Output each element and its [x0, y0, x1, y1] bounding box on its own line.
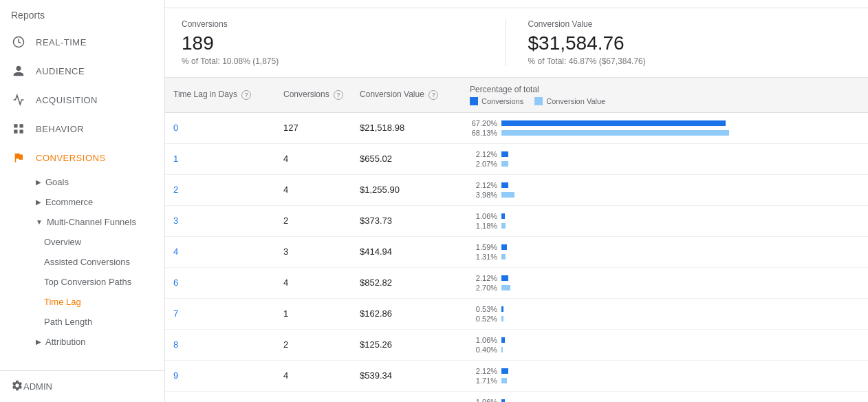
pct-label-1: 67.20%	[470, 119, 497, 127]
bar-track-1	[501, 337, 735, 343]
time-lag-help-icon[interactable]: ?	[241, 90, 251, 100]
legend-lightblue-dot	[534, 97, 543, 105]
cell-conv-value: $341.18	[351, 391, 462, 402]
pct-label-2: 1.71%	[470, 377, 497, 385]
pct-cell: 1.06% 1.08%	[470, 398, 860, 402]
pct-label-2: 2.70%	[470, 284, 497, 292]
cell-day: 6	[165, 267, 275, 298]
cell-conversions: 127	[275, 112, 351, 143]
bar-fill-lightblue-2	[501, 161, 508, 167]
bar-fill-lightblue-2	[501, 130, 729, 136]
bar-fill-blue-1	[501, 182, 508, 188]
sidebar-item-attribution[interactable]: ▶ Attribution	[0, 332, 164, 352]
cell-conv-value: $162.86	[351, 298, 462, 329]
table-row: 94$539.34 2.12% 1.71%	[165, 360, 868, 391]
sidebar-item-time-lag[interactable]: Time Lag	[0, 292, 164, 312]
sidebar-item-realtime[interactable]: REAL-TIME	[0, 28, 164, 56]
bar-fill-blue-1	[501, 120, 726, 126]
table-row: 14$655.02 2.12% 2.07%	[165, 143, 868, 174]
bar-fill-blue-1	[501, 399, 505, 402]
th-time-lag: Time Lag in Days ?	[165, 78, 275, 113]
bar-track-2	[501, 347, 735, 352]
pct-label-1: 2.12%	[470, 150, 497, 158]
pct-row-1: 1.06%	[470, 336, 860, 344]
cell-conv-value: $21,518.98	[351, 112, 462, 143]
legend-blue-dot	[470, 97, 478, 105]
bar-track-2	[501, 192, 735, 198]
sidebar: Reports REAL-TIME AUDIENCE ACQUISITION	[0, 0, 165, 402]
cell-day: 7	[165, 298, 275, 329]
cell-conv-value: $373.73	[351, 205, 462, 236]
metrics-row: Conversions 189 % of Total: 10.08% (1,87…	[165, 8, 868, 78]
pct-row-1: 2.12%	[470, 181, 860, 189]
goals-label: Goals	[45, 177, 69, 187]
cell-day: 8	[165, 329, 275, 360]
cell-conv-value: $1,255.90	[351, 174, 462, 205]
pct-row-2: 1.71%	[470, 377, 860, 385]
ecommerce-label: Ecommerce	[45, 197, 93, 207]
conversions-metric: Conversions 189 % of Total: 10.08% (1,87…	[182, 19, 506, 66]
cell-day: 0	[165, 112, 275, 143]
pct-row-2: 2.70%	[470, 284, 860, 292]
sidebar-item-path-length[interactable]: Path Length	[0, 312, 164, 332]
pct-label-1: 2.12%	[470, 181, 497, 189]
cell-conversions: 2	[275, 329, 351, 360]
pct-cell: 1.06% 1.18%	[470, 212, 860, 230]
pct-label-2: 0.52%	[470, 315, 497, 323]
pct-row-2: 2.07%	[470, 160, 860, 168]
cell-pct: 1.06% 0.40%	[462, 329, 868, 360]
conv-value-metric-sub: % of Total: 46.87% ($67,384.76)	[528, 56, 830, 66]
bar-fill-blue-1	[501, 368, 508, 374]
cell-conv-value: $852.82	[351, 267, 462, 298]
bar-track-2	[501, 316, 735, 321]
bar-track-2	[501, 378, 735, 383]
acquisition-label: ACQUISITION	[36, 95, 98, 105]
sidebar-item-ecommerce[interactable]: ▶ Ecommerce	[0, 192, 164, 212]
cell-pct: 2.12% 2.07%	[462, 143, 868, 174]
sidebar-item-assisted-conversions[interactable]: Assisted Conversions	[0, 252, 164, 272]
legend-conv-value: Conversion Value	[534, 97, 605, 105]
pct-label-1: 0.53%	[470, 305, 497, 313]
svg-rect-1	[14, 124, 17, 127]
bar-fill-lightblue-2	[501, 378, 507, 383]
pct-cell: 1.06% 0.40%	[470, 336, 860, 354]
pct-row-1: 67.20%	[470, 119, 860, 127]
sidebar-item-audience[interactable]: AUDIENCE	[0, 56, 164, 85]
conversions-metric-value: 189	[182, 32, 484, 55]
bar-track-1	[501, 120, 735, 126]
multichannel-label: Multi-Channel Funnels	[47, 217, 136, 227]
table-row: 43$414.94 1.59% 1.31%	[165, 236, 868, 267]
bar-fill-lightblue-2	[501, 316, 503, 321]
bar-track-1	[501, 306, 735, 312]
flag-icon	[11, 150, 26, 165]
pct-row-1: 1.59%	[470, 243, 860, 251]
sidebar-item-multichannel[interactable]: ▼ Multi-Channel Funnels	[0, 212, 164, 232]
path-length-label: Path Length	[44, 317, 92, 327]
pct-cell: 67.20% 68.13%	[470, 119, 860, 137]
sidebar-item-overview[interactable]: Overview	[0, 232, 164, 252]
bar-fill-lightblue-2	[501, 285, 510, 290]
sidebar-admin[interactable]: ADMIN	[0, 370, 164, 402]
table-container: Time Lag in Days ? Conversions ? Convers…	[165, 78, 868, 402]
sidebar-item-conversions[interactable]: CONVERSIONS	[0, 143, 164, 172]
cell-day: 9	[165, 360, 275, 391]
pct-row-1: 1.06%	[470, 212, 860, 220]
cell-conversions: 4	[275, 143, 351, 174]
audience-label: AUDIENCE	[36, 66, 85, 76]
sidebar-item-goals[interactable]: ▶ Goals	[0, 172, 164, 192]
pct-label-1: 1.59%	[470, 243, 497, 251]
sidebar-item-acquisition[interactable]: ACQUISITION	[0, 85, 164, 114]
sidebar-item-top-conversion-paths[interactable]: Top Conversion Paths	[0, 272, 164, 292]
sidebar-item-behavior[interactable]: BEHAVIOR	[0, 114, 164, 143]
conversions-help-icon[interactable]: ?	[334, 90, 343, 100]
th-pct-total: Percentage of total Conversions Conversi…	[462, 78, 868, 113]
pct-label-1: 1.06%	[470, 398, 497, 402]
bar-track-1	[501, 213, 735, 219]
pct-label-2: 68.13%	[470, 129, 497, 137]
cell-day: 2	[165, 174, 275, 205]
pct-row-2: 1.18%	[470, 222, 860, 230]
conv-value-help-icon[interactable]: ?	[428, 90, 438, 100]
bar-track-1	[501, 275, 735, 281]
legend-row: Conversions Conversion Value	[470, 97, 860, 105]
goals-arrow-icon: ▶	[36, 178, 41, 186]
